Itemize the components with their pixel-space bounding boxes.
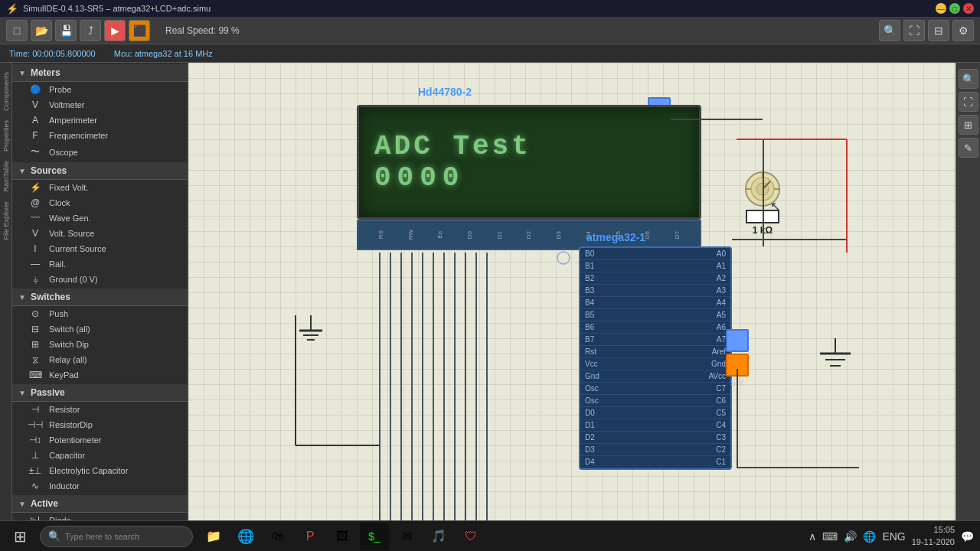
taskbar-network-icon[interactable]: 🌐 (863, 530, 876, 543)
sidebar-item-current-source[interactable]: I Current Source (12, 241, 188, 256)
chip-row-b0-a0: B0 A0 (580, 248, 730, 260)
sidebar-item-keypad[interactable]: ⌨ KeyPad (12, 367, 188, 383)
close-button[interactable]: ✕ (963, 3, 974, 14)
circuit-canvas[interactable]: Hd44780-2 5 V ADC Test 0000 RS RW En D0 … (188, 63, 956, 551)
taskbar-lang[interactable]: ENG (882, 530, 905, 543)
title-bar-left: ⚡ SimulIDE-0.4.13-SR5 – atmega32+LCD+adc… (6, 3, 211, 15)
chip-row-b5-a5: B5 A5 (580, 309, 730, 321)
pin-b4: B4 (585, 298, 594, 307)
sidebar-item-inductor[interactable]: ∿ Inductor (12, 478, 188, 494)
pin-b5: B5 (585, 311, 594, 319)
taskbar-app-photos[interactable]: 🖼 (328, 523, 357, 550)
minimize-button[interactable]: — (936, 3, 946, 14)
sidebar-item-wave-gen[interactable]: 〰 Wave Gen. (12, 210, 188, 226)
upload-button[interactable]: ⤴ (80, 20, 101, 41)
chip-row-b7-a7: B7 A7 (580, 334, 730, 346)
wire-v-power2-down (737, 369, 738, 468)
sidebar-item-ground[interactable]: ⏚ Ground (0 V) (12, 272, 188, 287)
sidebar-item-potentiometer[interactable]: ⊣↕ Potentiometer (12, 432, 188, 448)
taskbar-app-fileexplorer[interactable]: 📁 (199, 523, 228, 550)
current-source-icon: I (28, 243, 43, 254)
section-sources[interactable]: ▼ Sources (12, 162, 188, 180)
rtool-btn-4[interactable]: ✎ (959, 138, 978, 158)
sidebar-item-probe[interactable]: 🔵 Probe (12, 82, 188, 97)
zoom-out-button[interactable]: ⊟ (928, 20, 949, 41)
sidebar-item-resistordip[interactable]: ⊣⊣ ResistorDip (12, 417, 188, 432)
components-tab[interactable]: Components (1, 69, 11, 114)
sidebar-item-capacitor[interactable]: ⊥ Capacitor (12, 448, 188, 463)
taskbar-notification-icon[interactable]: 💬 (961, 530, 974, 543)
taskbar-app-terminal[interactable]: $_ (360, 523, 389, 550)
sidebar-item-amperimeter[interactable]: A Amperimeter (12, 112, 188, 128)
sidebar-item-oscope[interactable]: 〜 Oscope (12, 143, 188, 161)
sidebar-item-switch-all[interactable]: ⊟ Switch (all) (12, 321, 188, 337)
save-button[interactable]: 💾 (55, 20, 77, 41)
switch-all-icon: ⊟ (28, 324, 43, 334)
rtool-btn-1[interactable]: 🔍 (959, 69, 978, 89)
play-button[interactable]: ▶ (104, 20, 126, 41)
sidebar-item-electrolytic-cap[interactable]: ±⊥ Electrolytic Capacitor (12, 463, 188, 478)
inductor-label: Inductor (49, 481, 80, 491)
sidebar-item-relay-all[interactable]: ⧖ Relay (all) (12, 352, 188, 367)
fixed-volt-icon: ⚡ (28, 182, 43, 193)
section-switches[interactable]: ▼ Switches (12, 289, 188, 306)
taskbar-sound-icon[interactable]: 🔊 (844, 530, 857, 543)
oscope-icon: 〜 (28, 145, 43, 158)
maximize-button[interactable]: □ (949, 3, 960, 14)
sidebar-item-volt-source[interactable]: V Volt. Source (12, 226, 188, 241)
taskbar-app-store[interactable]: 🛍 (263, 523, 292, 550)
sidebar-item-rail[interactable]: — Rail. (12, 256, 188, 272)
taskbar-app-security[interactable]: 🛡 (456, 523, 485, 550)
resistordip-icon: ⊣⊣ (28, 419, 43, 430)
chip-row-d4-c1: D4 C1 (580, 456, 730, 468)
sidebar-item-voltmeter[interactable]: V Voltmeter (12, 97, 188, 112)
taskbar-app-powerpoint[interactable]: P (296, 523, 325, 550)
meters-label: Meters (31, 67, 60, 78)
sidebar-item-push[interactable]: ⊙ Push (12, 306, 188, 321)
sidebar-item-fixed-volt[interactable]: ⚡ Fixed Volt. (12, 180, 188, 195)
taskbar-app-mail[interactable]: ✉ (392, 523, 421, 550)
taskbar-time: 15:05 (912, 524, 955, 536)
section-meters[interactable]: ▼ Meters (12, 64, 188, 82)
taskbar-search[interactable]: 🔍 Type here to search (40, 526, 193, 547)
section-passive[interactable]: ▼ Passive (12, 384, 188, 402)
voltmeter-icon: V (28, 99, 43, 110)
switches-label: Switches (31, 292, 70, 302)
voltmeter-label: Voltmeter (49, 100, 84, 109)
sidebar-item-frequencimeter[interactable]: F Frequencimeter (12, 128, 188, 143)
zoom-fit-button[interactable]: ⛶ (903, 20, 925, 41)
rtool-btn-2[interactable]: ⛶ (959, 92, 978, 112)
pin-en: En (436, 231, 443, 239)
pin-d2: D2 (585, 433, 595, 442)
taskbar-arrow-icon[interactable]: ∧ (808, 530, 816, 543)
section-active[interactable]: ▼ Active (12, 495, 188, 513)
stop-button[interactable]: ⬛ (129, 20, 150, 41)
pin-rst: Rst (585, 347, 596, 356)
pin-d3: D3 (585, 445, 595, 454)
pin-b3: B3 (585, 286, 594, 295)
pin-d2: D2 (525, 231, 532, 239)
atmega-chip: B0 A0 B1 A1 B2 A2 B3 A3 B4 A4 (579, 246, 732, 470)
ramtable-tab[interactable]: RamTable (1, 158, 11, 195)
wave-gen-label: Wave Gen. (49, 214, 91, 223)
zoom-in-button[interactable]: 🔍 (879, 20, 900, 41)
taskbar-app-browser[interactable]: 🌐 (231, 523, 260, 550)
pin-d1: D1 (585, 421, 595, 429)
sidebar-item-resistor[interactable]: ⊣ Resistor (12, 402, 188, 417)
start-button[interactable]: ⊞ (6, 523, 34, 550)
taskbar-app-music[interactable]: 🎵 (424, 523, 453, 550)
fileexplorer-tab[interactable]: File Explorer (1, 198, 11, 243)
rtool-btn-3[interactable]: ⊞ (959, 115, 978, 135)
open-button[interactable]: 📂 (31, 20, 52, 41)
new-button[interactable]: □ (6, 20, 28, 41)
properties-tab[interactable]: Properties (1, 117, 11, 155)
settings-button[interactable]: ⚙ (952, 20, 974, 41)
chip-row-gnd-avcc: Gnd AVcc (580, 370, 730, 383)
time-display: Time: 00:00:05.800000 (9, 49, 96, 58)
sidebar: ▼ Meters 🔵 Probe V Voltmeter A Amperimet… (12, 63, 188, 551)
pin-a5: A5 (717, 311, 726, 319)
taskbar-keyboard-icon[interactable]: ⌨ (822, 530, 838, 543)
sidebar-item-switch-dip[interactable]: ⊞ Switch Dip (12, 337, 188, 352)
sidebar-item-clock[interactable]: @ Clock (12, 195, 188, 210)
wire-h-power2-right (737, 467, 859, 468)
